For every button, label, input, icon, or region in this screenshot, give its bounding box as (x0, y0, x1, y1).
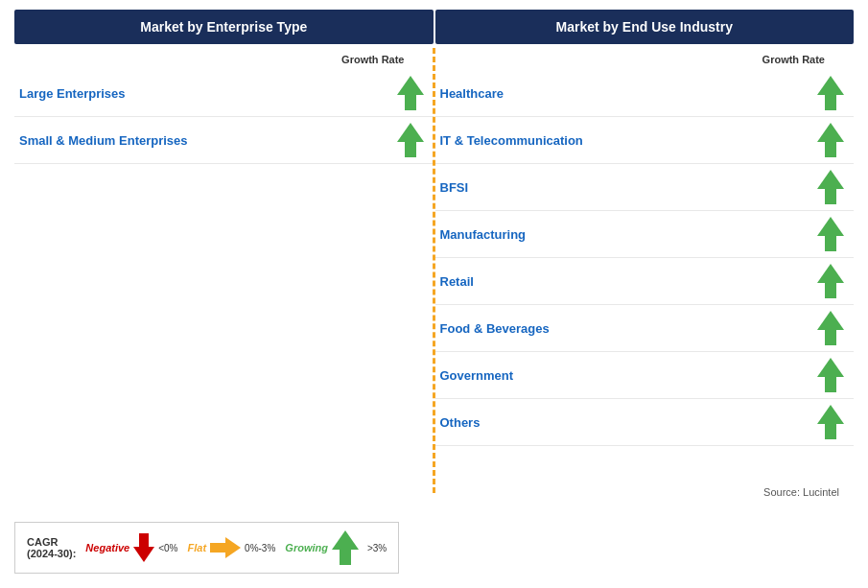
left-item-label-1: Small & Medium Enterprises (19, 133, 188, 148)
right-item-row: Others (435, 399, 855, 446)
source-text: Source: Lucintel (435, 486, 855, 503)
green-up-arrow-icon (332, 530, 359, 565)
legend-flat: Flat 0%-3% (188, 537, 276, 558)
legend-negative: Negative <0% (85, 533, 177, 562)
right-item-label-7: Others (440, 415, 481, 430)
right-item-row: Retail (435, 258, 855, 305)
right-item-label-6: Government (440, 368, 514, 383)
negative-range: <0% (158, 543, 177, 553)
right-item-label-3: Manufacturing (440, 227, 527, 242)
flat-range: 0%-3% (245, 543, 275, 553)
green-up-arrow-icon (817, 76, 844, 110)
right-item-label-0: Healthcare (440, 86, 504, 101)
right-item-row: BFSI (435, 164, 855, 211)
right-growth-rate-label: Growth Rate (435, 54, 855, 65)
green-up-arrow-icon (397, 123, 424, 157)
left-item-row: Small & Medium Enterprises (14, 117, 434, 164)
right-panel-header: Market by End Use Industry (435, 10, 855, 44)
red-down-arrow-icon (133, 533, 154, 562)
legend-box: CAGR(2024-30): Negative <0% Flat 0%-3% G… (14, 522, 399, 574)
right-panel: Market by End Use Industry Growth Rate H… (435, 10, 855, 503)
left-growth-rate-label: Growth Rate (14, 54, 434, 65)
left-item-label-0: Large Enterprises (19, 86, 126, 101)
green-up-arrow-icon (817, 217, 844, 251)
green-up-arrow-icon (817, 264, 844, 298)
legend-growing: Growing >3% (285, 530, 387, 565)
negative-label: Negative (85, 542, 129, 553)
legend-title: CAGR(2024-30): (27, 536, 76, 559)
left-item-row: Large Enterprises (14, 70, 434, 117)
right-item-row: Food & Beverages (435, 305, 855, 352)
growing-label: Growing (285, 542, 328, 553)
dashed-line (433, 48, 435, 493)
left-panel: Market by Enterprise Type Growth Rate La… (14, 10, 434, 503)
right-item-row: Manufacturing (435, 211, 855, 258)
right-item-row: Healthcare (435, 70, 855, 117)
green-up-arrow-icon (817, 358, 844, 392)
green-up-arrow-icon (817, 123, 844, 157)
green-up-arrow-icon (397, 76, 424, 110)
right-item-label-4: Retail (440, 274, 474, 289)
right-item-row: IT & Telecommunication (435, 117, 855, 164)
bottom-row: CAGR(2024-30): Negative <0% Flat 0%-3% G… (0, 512, 868, 588)
green-up-arrow-icon (817, 405, 844, 439)
right-item-label-1: IT & Telecommunication (440, 133, 583, 148)
right-items-list: Healthcare IT & Telecommunication BFSI M… (435, 70, 855, 446)
left-panel-header: Market by Enterprise Type (14, 10, 434, 44)
growing-range: >3% (367, 543, 387, 553)
flat-label: Flat (188, 542, 207, 553)
left-items-list: Large Enterprises Small & Medium Enterpr… (14, 70, 434, 164)
panel-divider (434, 10, 435, 503)
green-up-arrow-icon (817, 170, 844, 204)
green-up-arrow-icon (817, 311, 844, 345)
right-item-row: Government (435, 352, 855, 399)
right-item-label-2: BFSI (440, 180, 469, 195)
yellow-right-arrow-icon (210, 537, 241, 558)
right-item-label-5: Food & Beverages (440, 321, 550, 336)
